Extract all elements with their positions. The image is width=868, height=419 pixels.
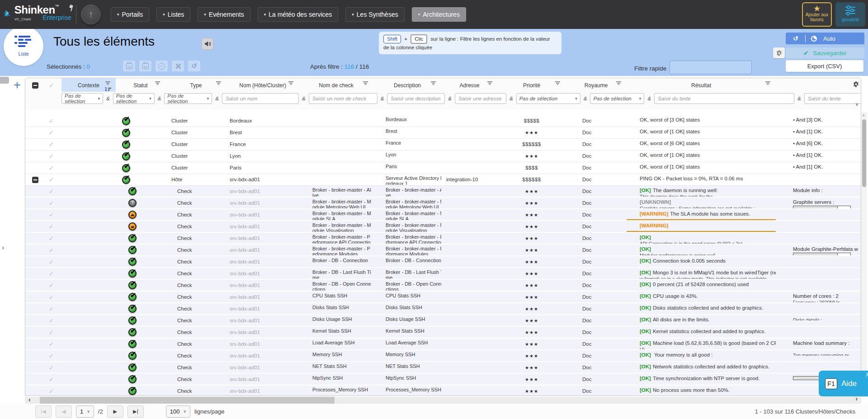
row-check-icon[interactable]: ✓ xyxy=(49,374,54,385)
table-row[interactable]: ✓✔Checksrv-bdx-ad01NtpSync SSHNtpSync SS… xyxy=(25,374,861,386)
menu-la-m-t-o-des-services[interactable]: ▾La météo des services xyxy=(258,7,339,22)
table-row[interactable]: ✓✔Checksrv-bdx-ad01Broker - DB - Last Fl… xyxy=(25,268,861,280)
column-header-priorité[interactable]: Priorité xyxy=(498,78,566,92)
recheck-button[interactable]: ↺ xyxy=(188,61,200,71)
row-check-icon[interactable]: ✓ xyxy=(49,198,54,208)
table-row[interactable]: ✓✔Checksrv-bdx-ad01Disks Usage SSHDisks … xyxy=(25,315,861,327)
column-header-statut[interactable]: Statut xyxy=(116,78,165,92)
horizontal-scrollbar[interactable]: ‹ › xyxy=(25,397,861,404)
table-row[interactable]: ✓?Checksrv-bdx-ad01Broker - broker-maste… xyxy=(25,198,861,209)
filter-input-9[interactable] xyxy=(654,93,794,104)
horizontal-scroll-thumb[interactable] xyxy=(40,397,335,404)
add-element-button[interactable]: + xyxy=(12,80,22,90)
column-header-résultat[interactable]: Résultat xyxy=(627,78,776,92)
expand-left-panel-icon[interactable]: › xyxy=(2,243,5,252)
quick-filter-input[interactable] xyxy=(670,61,752,74)
filter-input-10[interactable] xyxy=(804,93,861,104)
filter-funnel-icon[interactable] xyxy=(765,81,770,85)
row-check-icon[interactable]: ✓ xyxy=(49,268,54,279)
row-check-icon[interactable]: ✓ xyxy=(49,292,54,302)
table-row[interactable]: ✓✔Checksrv-bdx-ad01Broker - broker-maste… xyxy=(25,186,861,198)
scroll-top-button[interactable]: ↑ xyxy=(81,5,101,24)
table-row[interactable]: ✓✔Checksrv-bdx-ad01Kernel Stats SSHKerne… xyxy=(25,327,861,339)
filter-select-8[interactable]: Pas de sélection▾ xyxy=(590,93,644,104)
column-header-adresse[interactable]: Adresse xyxy=(441,78,498,92)
table-row[interactable]: ✓▲!Checksrv-bdx-ad01Broker - broker-mast… xyxy=(25,209,861,221)
user-menu-button[interactable]: gsoubrie xyxy=(835,2,865,27)
filter-input-6[interactable] xyxy=(455,93,506,104)
last-page-button[interactable]: ▶ xyxy=(127,405,144,418)
filter-funnel-icon[interactable] xyxy=(555,81,560,85)
table-row[interactable]: ✓✔Checksrv-bdx-ad01CPU Stats SSHCPU Stat… xyxy=(25,292,861,303)
filter-funnel-icon[interactable] xyxy=(431,81,436,85)
table-row[interactable]: ✓✔ClusterFranceFrance$$$$$$DocOK, worst … xyxy=(25,139,861,151)
filter-funnel-icon[interactable] xyxy=(105,81,110,85)
table-row[interactable]: ✓✔Checksrv-bdx-ad01Broker - broker-maste… xyxy=(25,233,861,245)
column-header-nom-de-check[interactable]: Nom de check xyxy=(299,78,373,92)
row-check-icon[interactable]: ✓ xyxy=(49,339,54,349)
filter-input-5[interactable] xyxy=(387,93,445,104)
collapse-all-button[interactable] xyxy=(32,82,38,89)
filter-select-1[interactable]: Pas de sélection▾ xyxy=(113,93,155,104)
menu-portails[interactable]: ▾Portails xyxy=(111,7,149,22)
downtime-add-button[interactable]: 15 xyxy=(123,61,135,71)
column-header-nom-hôte-cluster-[interactable]: Nom (Hôte/Cluster) xyxy=(226,78,299,92)
fix-actions-button[interactable] xyxy=(172,61,184,71)
vertical-scroll-thumb[interactable] xyxy=(862,119,866,187)
column-header-contexte[interactable]: Contexte1 xyxy=(61,78,116,92)
row-check-icon[interactable]: ✓ xyxy=(49,127,54,138)
table-row[interactable]: ✓✔ClusterBrestBrest★★★DocOK, worst of [1… xyxy=(25,127,861,139)
table-row[interactable]: ✓✔Checksrv-bdx-ad01Broker - DB - Connect… xyxy=(25,256,861,268)
filter-funnel-icon[interactable] xyxy=(616,81,621,85)
column-header-type[interactable]: Type xyxy=(165,78,226,92)
add-favorites-button[interactable]: ★ Ajouter aux favoris xyxy=(802,2,832,27)
table-row[interactable]: ✓✔Checksrv-bdx-ad01Broker - broker-maste… xyxy=(25,245,861,256)
row-check-icon[interactable]: ✓ xyxy=(49,186,54,197)
page-size-select[interactable]: 100 ∨ xyxy=(166,405,190,418)
row-check-icon[interactable]: ✓ xyxy=(49,209,54,220)
pin-icon[interactable] xyxy=(69,5,73,11)
column-header-description[interactable]: Description xyxy=(373,78,441,92)
table-row[interactable]: ✓✔Hôtesrv-bdx-ad01Serveur Active Directo… xyxy=(25,174,861,186)
row-check-icon[interactable]: ✓ xyxy=(49,151,54,162)
table-row[interactable]: ✓✔Checksrv-bdx-ad01Load Average SSHLoad … xyxy=(25,339,861,350)
brand[interactable]: Shinken™ VC_Charli Enterprise xyxy=(4,4,71,25)
filter-input-4[interactable] xyxy=(309,93,377,104)
row-check-icon[interactable]: ✓ xyxy=(49,162,54,174)
prev-page-button[interactable]: ◀ xyxy=(56,405,72,418)
table-row[interactable]: ✓▲!Checksrv-bdx-ad01Broker - broker-mast… xyxy=(25,221,861,233)
table-row[interactable]: ✓✔ClusterLyonLyon★★★DocOK, worst of [1 O… xyxy=(25,151,861,162)
filter-select-2[interactable]: Pas de sélection▾ xyxy=(164,93,212,104)
side-panel-handle[interactable] xyxy=(0,77,9,84)
table-row[interactable]: ✓✔ClusterBordeauxBordeaux$$$$$DocOK, wor… xyxy=(25,115,861,127)
scroll-up-icon[interactable]: ∧ xyxy=(862,113,865,118)
row-check-icon[interactable]: ✓ xyxy=(49,233,54,244)
row-check-icon[interactable]: ✓ xyxy=(49,139,54,150)
row-check-icon[interactable]: ✓ xyxy=(49,350,54,361)
filter-funnel-icon[interactable] xyxy=(216,81,221,85)
save-button[interactable]: ✔ Sauvegarder xyxy=(786,47,864,58)
acknowledge-button[interactable]: ✓ xyxy=(156,61,168,71)
row-check-icon[interactable]: ✓ xyxy=(49,327,54,338)
filter-funnel-icon[interactable] xyxy=(487,81,492,85)
settings-button[interactable] xyxy=(773,47,785,58)
filter-select-0[interactable]: Pas de sélection▾ xyxy=(61,93,103,104)
table-row[interactable]: ✓✔Checksrv-bdx-ad01Processes_Memory SSHP… xyxy=(25,386,861,396)
column-header-royaume[interactable]: Royaume xyxy=(566,78,627,92)
table-row[interactable]: ✓✔Checksrv-bdx-ad01Disks Stats SSHDisks … xyxy=(25,303,861,315)
row-check-icon[interactable]: ✓ xyxy=(49,362,54,373)
filter-select-7[interactable]: Pas de sélection▾ xyxy=(516,93,580,104)
columns-gear-icon[interactable] xyxy=(853,81,859,88)
table-row[interactable]: ✓✔Checksrv-bdx-ad01Broker - DB - Open Co… xyxy=(25,280,861,292)
filter-input-3[interactable] xyxy=(222,93,299,104)
menu-architectures[interactable]: ▾Architectures xyxy=(412,7,466,22)
menu-les-synth-ses[interactable]: ▾Les Synthèses xyxy=(345,7,404,22)
filter-funnel-icon[interactable] xyxy=(288,81,293,85)
chevron-down-icon[interactable]: ∨ xyxy=(855,102,859,107)
collapse-row-button[interactable] xyxy=(32,177,38,183)
sound-toggle-button[interactable] xyxy=(202,38,213,50)
row-check-icon[interactable]: ✓ xyxy=(49,256,54,267)
menu-listes[interactable]: ▾Listes xyxy=(156,7,190,22)
filter-funnel-icon[interactable] xyxy=(155,81,160,85)
row-check-icon[interactable]: ✓ xyxy=(49,386,54,396)
